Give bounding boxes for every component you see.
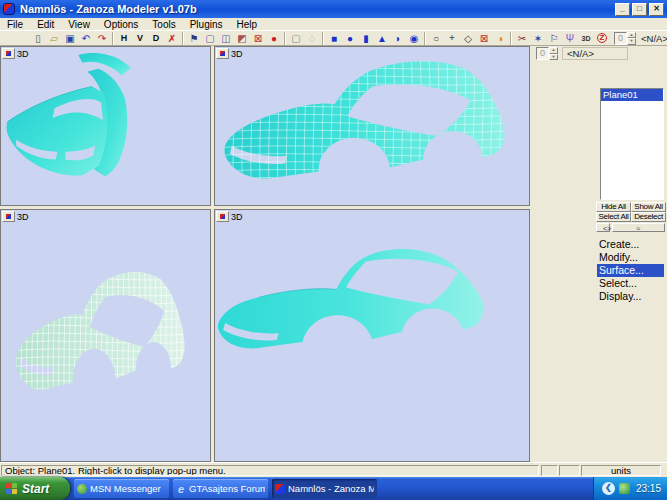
star-tool-icon[interactable]: ✶ (530, 32, 546, 45)
menu-tools[interactable]: Tools (145, 18, 182, 31)
list-item[interactable]: Plane01 (601, 89, 663, 101)
flag-tool-icon[interactable]: ⚐ (546, 32, 562, 45)
menu-help[interactable]: Help (230, 18, 265, 31)
viewport-mode-button[interactable] (216, 211, 229, 222)
viewport-mode-button[interactable] (216, 48, 229, 59)
menu-view[interactable]: View (61, 18, 97, 31)
horizontal-view-button[interactable]: H (116, 32, 132, 45)
internet-explorer-icon: e (176, 484, 186, 494)
menu-file[interactable]: File (0, 18, 30, 31)
spinner-down-icon[interactable]: ▼ (549, 54, 558, 61)
copy-object-cube-icon[interactable]: ◫ (218, 32, 234, 45)
tray-chevron-icon[interactable]: ❮ (602, 482, 615, 495)
deselect-button[interactable]: Deselect (631, 212, 666, 222)
status-panel-2 (541, 465, 558, 476)
msn-messenger-icon (77, 484, 87, 494)
command-select[interactable]: Select... (597, 277, 664, 290)
delete-object-cube-icon[interactable]: ◩ (234, 32, 250, 45)
edit-object-cube-icon[interactable]: ▢ (202, 32, 218, 45)
hide-view-icon[interactable]: ⊠ (476, 32, 492, 45)
viewport-label[interactable]: 3D (231, 49, 243, 59)
wave-button[interactable]: ≈ (612, 223, 665, 232)
viewport-label[interactable]: 3D (17, 49, 29, 59)
primitive-geosphere-icon[interactable]: ◉ (406, 32, 422, 45)
minimize-button[interactable]: _ (615, 3, 630, 16)
panel-spinner[interactable]: 0 ▲▼ (536, 47, 558, 60)
select-all-button[interactable]: Select All (596, 212, 631, 222)
primitive-sphere-icon[interactable]: ● (342, 32, 358, 45)
taskbar-task-zmodeler[interactable]: Namnlös - Zanoza Mo... (272, 479, 377, 498)
car-model-wireframe-pale (1, 210, 210, 461)
zmodeler-icon (275, 484, 285, 494)
viewport-mode-button[interactable] (2, 48, 15, 59)
material-sphere-icon[interactable]: ● (266, 32, 282, 45)
command-create[interactable]: Create... (597, 238, 664, 251)
clock[interactable]: 23:15 (636, 483, 661, 494)
taskbar-task-forum[interactable]: e GTAsajtens Forum ->... (173, 479, 268, 498)
quad-view-button[interactable]: D (148, 32, 164, 45)
maximize-button[interactable]: □ (632, 3, 647, 16)
menu-plugins[interactable]: Plugins (183, 18, 230, 31)
toolbar-separator (284, 32, 286, 45)
save-icon[interactable]: ▣ (62, 32, 78, 45)
viewport-top-right[interactable]: 3D (214, 46, 530, 206)
car-model-wireframe (215, 47, 529, 205)
app-icon[interactable] (3, 3, 15, 15)
undo-icon[interactable]: ↶ (78, 32, 94, 45)
objects-listbox[interactable]: Plane01 (600, 88, 664, 200)
tray-app-icon[interactable] (619, 483, 630, 494)
car-model-smooth-side (215, 210, 529, 461)
panel-dropdown[interactable]: <N/A> (562, 47, 628, 60)
hide-object-cube-icon[interactable]: ⊠ (250, 32, 266, 45)
pan-view-icon[interactable]: + (444, 32, 460, 45)
command-modify[interactable]: Modify... (597, 251, 664, 264)
toolbar-separator (424, 32, 426, 45)
menu-edit[interactable]: Edit (30, 18, 61, 31)
close-button[interactable]: ✕ (649, 3, 664, 16)
viewport-mode-button[interactable] (2, 211, 15, 222)
toolbar-icons: ▯▱▣↶↷HVD✗⚑▢◫◩⊠●▢◌■●▮▲◗◉○+◇⊠◑✂✶⚐Ψ3DZ (30, 32, 610, 45)
mode-3d-toggle-icon[interactable]: 3D (578, 32, 594, 45)
taskbar-task-msn[interactable]: MSN Messenger (74, 479, 169, 498)
rotate-view-icon[interactable]: ◇ (460, 32, 476, 45)
viewport-bottom-left[interactable]: 3D (0, 209, 211, 462)
title-bar: Namnlös - Zanoza Modeler v1.07b _ □ ✕ (0, 0, 667, 18)
command-surface[interactable]: Surface... (597, 264, 664, 277)
select-rectangle-icon[interactable]: ▢ (288, 32, 304, 45)
start-button[interactable]: Start (0, 477, 70, 500)
expand-button[interactable]: <> (596, 223, 610, 232)
shading-mode-icon[interactable]: ◑ (492, 32, 508, 45)
figure-tool-icon[interactable]: Ψ (562, 32, 578, 45)
primitive-cylinder-icon[interactable]: ▮ (358, 32, 374, 45)
new-icon[interactable]: ▯ (30, 32, 46, 45)
show-all-button[interactable]: Show All (631, 202, 666, 212)
viewport-top-left[interactable]: 3D (0, 46, 211, 206)
open-icon[interactable]: ▱ (46, 32, 62, 45)
zanoza-z-icon[interactable]: Z (594, 32, 610, 45)
menu-options[interactable]: Options (97, 18, 145, 31)
zoom-view-icon[interactable]: ○ (428, 32, 444, 45)
viewport-label[interactable]: 3D (17, 212, 29, 222)
select-circle-icon[interactable]: ◌ (304, 32, 320, 45)
create-flag-icon[interactable]: ⚑ (186, 32, 202, 45)
primitive-torus-icon[interactable]: ◗ (390, 32, 406, 45)
close-view-icon[interactable]: ✗ (164, 32, 180, 45)
spinner-down-icon[interactable]: ▼ (627, 38, 636, 45)
toolbar-dropdown-value[interactable]: <N/A> (641, 33, 667, 44)
viewport-mode-icon (6, 214, 11, 219)
hide-all-button[interactable]: Hide All (596, 202, 631, 212)
primitive-cone-icon[interactable]: ▲ (374, 32, 390, 45)
status-bar: Object: Plane01. Right-click to display … (0, 462, 667, 477)
toolbar-separator (112, 32, 114, 45)
primitive-box-icon[interactable]: ■ (326, 32, 342, 45)
redo-icon[interactable]: ↷ (94, 32, 110, 45)
vertical-view-button[interactable]: V (132, 32, 148, 45)
toolbar-spinner[interactable]: 0 ▲▼ (614, 32, 636, 45)
cut-tool-icon[interactable]: ✂ (514, 32, 530, 45)
viewport-label[interactable]: 3D (231, 212, 243, 222)
viewport-bottom-right[interactable]: 3D (214, 209, 530, 462)
command-display[interactable]: Display... (597, 290, 664, 303)
viewport-mode-icon (220, 51, 225, 56)
status-units: units (581, 465, 661, 476)
windows-flag-icon (6, 483, 18, 494)
